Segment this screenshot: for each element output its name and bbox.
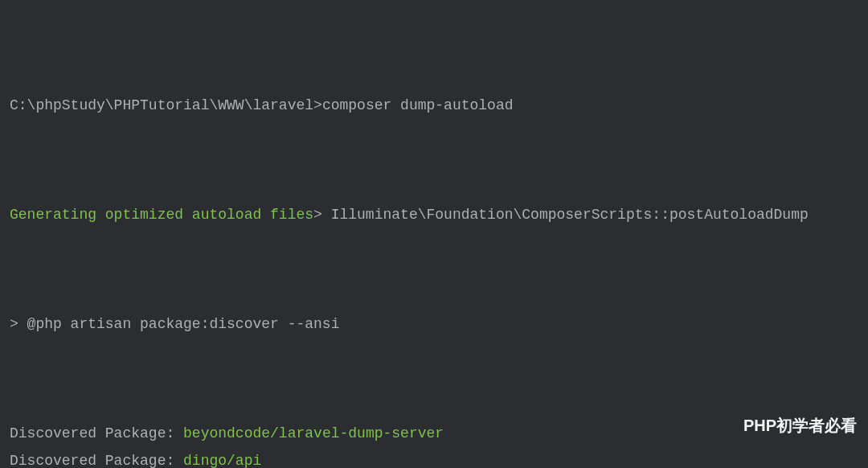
discovered-label: Discovered Package: (10, 425, 183, 441)
package-name: beyondcode/laravel-dump-server (183, 425, 444, 441)
artisan-line: > @php artisan package:discover --ansi (10, 310, 858, 338)
wechat-icon (714, 414, 737, 437)
watermark: PHP初学者必看 (714, 412, 857, 439)
prompt-path: C:\phpStudy\PHPTutorial\WWW\laravel> (10, 97, 322, 113)
package-name: dingo/api (183, 453, 261, 468)
generating-line: Generating optimized autoload files> Ill… (10, 201, 858, 228)
prompt-line: C:\phpStudy\PHPTutorial\WWW\laravel>comp… (10, 92, 858, 119)
command-text: composer dump-autoload (322, 97, 514, 113)
watermark-text: PHP初学者必看 (743, 412, 857, 439)
terminal-output[interactable]: C:\phpStudy\PHPTutorial\WWW\laravel>comp… (0, 0, 868, 468)
generating-text: Generating optimized autoload files (10, 207, 313, 223)
post-script-text: > Illuminate\Foundation\ComposerScripts:… (313, 207, 809, 223)
discovered-label: Discovered Package: (10, 453, 183, 468)
